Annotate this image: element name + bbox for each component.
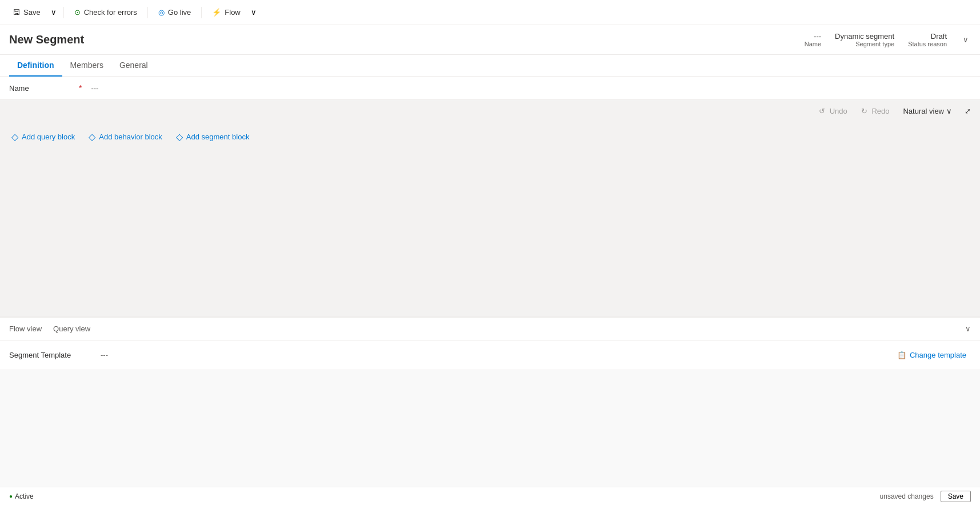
name-meta-label: Name (805, 41, 821, 47)
behavior-block-icon: ◇ (89, 131, 95, 142)
toolbar-divider-3 (201, 7, 202, 18)
template-field-value: --- (101, 351, 893, 359)
bottom-collapse-button[interactable]: ∨ (965, 324, 971, 333)
flow-label: Flow (225, 8, 240, 17)
view-selector-label: Natural view (903, 107, 944, 115)
add-behavior-block-label: Add behavior block (99, 133, 162, 141)
add-query-block-button[interactable]: ◇ Add query block (11, 131, 75, 142)
template-field-label: Segment Template (9, 351, 101, 359)
expand-button[interactable]: ⤢ (962, 105, 973, 118)
redo-icon: ↻ (861, 107, 867, 115)
flow-query-row: Flow view Query view ∨ (0, 318, 980, 340)
content-area: Name * --- ↺ Undo ↻ Redo Natural view ∨ … (0, 77, 980, 487)
go-live-button[interactable]: ◎ Go live (153, 6, 197, 19)
canvas-toolbar: ↺ Undo ↻ Redo Natural view ∨ ⤢ (0, 100, 980, 122)
required-star: * (79, 83, 82, 93)
status-text: Active (15, 492, 34, 500)
change-template-label: Change template (910, 351, 966, 359)
change-template-icon: 📋 (897, 351, 906, 359)
undo-icon: ↺ (819, 107, 825, 115)
go-live-label: Go live (168, 8, 191, 17)
name-row: Name * --- (0, 77, 980, 100)
add-behavior-block-button[interactable]: ◇ Add behavior block (89, 131, 162, 142)
add-segment-block-button[interactable]: ◇ Add segment block (176, 131, 250, 142)
tab-definition-label: Definition (17, 61, 54, 70)
template-row: Segment Template --- 📋 Change template (0, 340, 980, 370)
change-template-button[interactable]: 📋 Change template (893, 348, 971, 362)
undo-button[interactable]: ↺ Undo (815, 106, 851, 117)
status-save-button[interactable]: Save (941, 491, 971, 502)
view-chevron-icon: ∨ (946, 107, 952, 115)
go-live-icon: ◎ (158, 8, 165, 17)
tab-members-label: Members (70, 61, 103, 70)
status-active-icon: ● (9, 493, 13, 499)
save-label: Save (23, 8, 41, 17)
toolbar-divider-2 (147, 7, 148, 18)
header-collapse-button[interactable]: ∨ (961, 33, 971, 46)
flow-button[interactable]: ⚡ Flow (206, 6, 246, 19)
bottom-section: Flow view Query view ∨ Segment Template … (0, 317, 980, 370)
tab-members[interactable]: Members (62, 55, 111, 77)
flow-view-link[interactable]: Flow view (9, 324, 42, 333)
name-field-value: --- (91, 84, 98, 93)
definition-canvas: ↺ Undo ↻ Redo Natural view ∨ ⤢ ◇ Add que… (0, 100, 980, 317)
segment-block-icon: ◇ (176, 131, 183, 142)
expand-icon: ⤢ (965, 107, 971, 115)
page-header: New Segment --- Name Dynamic segment Seg… (0, 25, 980, 55)
query-block-icon: ◇ (11, 131, 18, 142)
chevron-down-icon: ∨ (51, 8, 57, 17)
bottom-chevron-icon: ∨ (965, 324, 971, 333)
status-reason-label: Status reason (908, 41, 947, 47)
redo-label: Redo (871, 107, 889, 115)
page-title: New Segment (9, 33, 805, 46)
redo-button[interactable]: ↻ Redo (858, 106, 893, 117)
header-chevron-icon: ∨ (963, 35, 969, 44)
tab-general[interactable]: General (111, 55, 156, 77)
save-icon: 🖫 (13, 8, 20, 17)
segment-type-value: Dynamic segment (835, 32, 894, 41)
flow-chevron-icon: ∨ (251, 8, 257, 17)
check-circle-icon: ⊙ (74, 8, 81, 17)
segment-type-label: Segment type (855, 41, 894, 47)
status-bar: ● Active unsaved changes Save (0, 487, 980, 505)
meta-segment-type: Dynamic segment Segment type (835, 32, 894, 47)
tab-bar: Definition Members General (0, 55, 980, 77)
add-blocks-area: ◇ Add query block ◇ Add behavior block ◇… (0, 122, 980, 151)
add-query-block-label: Add query block (22, 133, 75, 141)
undo-label: Undo (830, 107, 847, 115)
view-selector-button[interactable]: Natural view ∨ (899, 106, 955, 117)
main-toolbar: 🖫 Save ∨ ⊙ Check for errors ◎ Go live ⚡ … (0, 0, 980, 25)
name-field-label: Name (9, 84, 78, 93)
status-right-area: unsaved changes Save (880, 491, 971, 502)
save-dropdown-button[interactable]: ∨ (49, 6, 59, 19)
meta-name: --- Name (805, 32, 821, 47)
status-reason-value: Draft (931, 32, 947, 41)
header-meta: --- Name Dynamic segment Segment type Dr… (805, 32, 971, 47)
tab-general-label: General (119, 61, 148, 70)
save-button[interactable]: 🖫 Save (7, 6, 46, 19)
name-value: --- (814, 32, 821, 41)
unsaved-changes-label: unsaved changes (880, 492, 934, 500)
canvas-empty-space (0, 151, 980, 311)
tab-definition[interactable]: Definition (9, 55, 62, 77)
toolbar-divider-1 (63, 7, 64, 18)
check-errors-label: Check for errors (84, 8, 137, 17)
flow-icon: ⚡ (212, 8, 221, 17)
check-errors-button[interactable]: ⊙ Check for errors (69, 6, 143, 19)
add-segment-block-label: Add segment block (186, 133, 250, 141)
meta-status-reason: Draft Status reason (908, 32, 947, 47)
flow-dropdown-button[interactable]: ∨ (249, 6, 259, 19)
query-view-link[interactable]: Query view (53, 324, 90, 333)
status-save-label: Save (948, 492, 963, 500)
